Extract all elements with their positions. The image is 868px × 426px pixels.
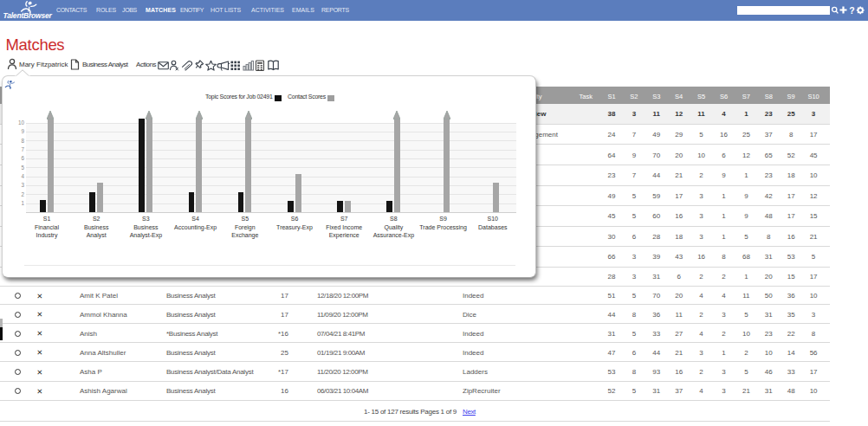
svg-text:?: ? — [849, 5, 854, 16]
